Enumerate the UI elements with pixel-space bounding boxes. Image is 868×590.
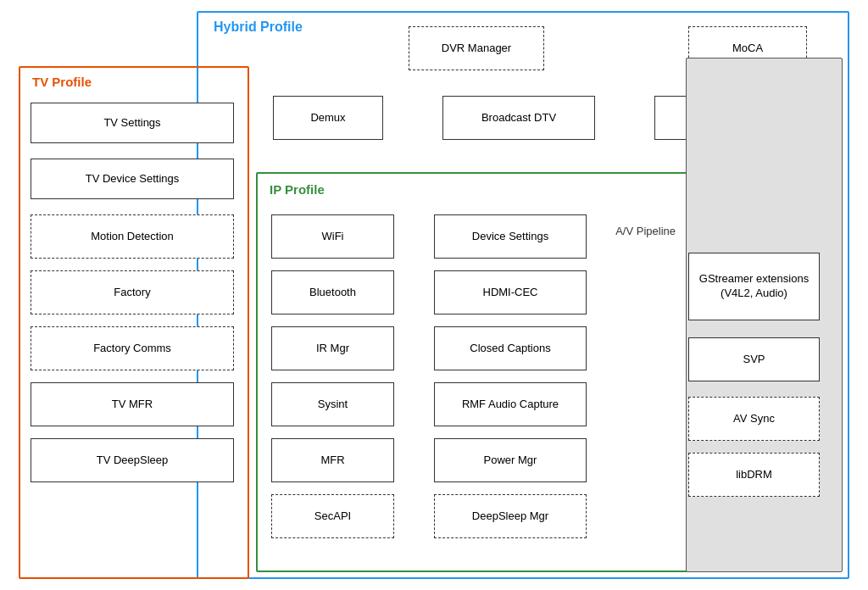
tv-mfr-box: TV MFR xyxy=(31,382,234,426)
ip-profile-label: IP Profile xyxy=(270,182,325,197)
tv-device-settings-box: TV Device Settings xyxy=(31,159,234,199)
broadcast-dtv-box: Broadcast DTV xyxy=(442,96,595,140)
tv-profile-label: TV Profile xyxy=(32,75,92,89)
av-pipeline-label: A/V Pipeline xyxy=(615,225,676,237)
demux-box: Demux xyxy=(273,96,383,140)
hybrid-profile-label: Hybrid Profile xyxy=(214,19,303,35)
hdmi-cec-box: HDMI-CEC xyxy=(434,270,587,314)
av-sync-box: AV Sync xyxy=(688,397,820,441)
mfr-box: MFR xyxy=(271,438,394,482)
device-settings-box: Device Settings xyxy=(434,214,587,259)
gstreamer-box: GStreamer extensions (V4L2, Audio) xyxy=(688,253,820,320)
secapi-box: SecAPI xyxy=(271,494,394,538)
dvr-manager-box: DVR Manager xyxy=(409,26,544,70)
motion-detection-box: Motion Detection xyxy=(31,214,234,259)
wifi-box: WiFi xyxy=(271,214,394,259)
ir-mgr-box: IR Mgr xyxy=(271,326,394,370)
factory-box: Factory xyxy=(31,270,234,314)
rmf-audio-capture-box: RMF Audio Capture xyxy=(434,382,587,426)
sysint-box: Sysint xyxy=(271,382,394,426)
closed-captions-box: Closed Captions xyxy=(434,326,587,370)
tv-settings-box: TV Settings xyxy=(31,103,234,143)
factory-comms-box: Factory Comms xyxy=(31,326,234,370)
svp-box: SVP xyxy=(688,337,820,381)
libdrm-box: libDRM xyxy=(688,453,820,497)
tv-deepsleep-box: TV DeepSleep xyxy=(31,438,234,482)
power-mgr-box: Power Mgr xyxy=(434,438,587,482)
bluetooth-box: Bluetooth xyxy=(271,270,394,314)
deepsleep-mgr-box: DeepSleep Mgr xyxy=(434,494,587,538)
diagram: Hybrid Profile TV Profile DVR Manager Mo… xyxy=(19,11,849,579)
